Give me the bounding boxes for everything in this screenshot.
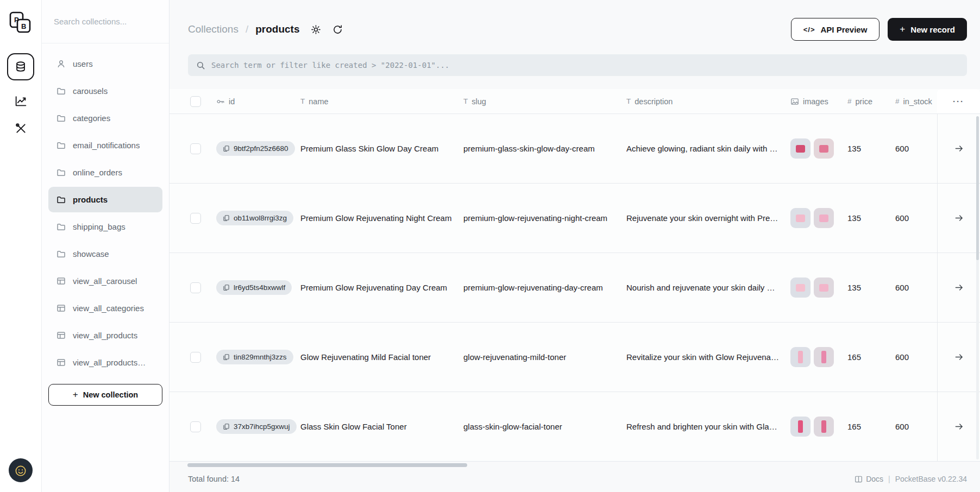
user-avatar[interactable] <box>9 458 33 482</box>
product-image-thumbnail[interactable] <box>790 277 811 298</box>
sidebar-item-showcase[interactable]: showcase <box>48 241 162 267</box>
record-id-badge[interactable]: 9btf2pfn25z6680 <box>216 141 295 156</box>
record-id-badge[interactable]: lr6yd5ts4bxwwlf <box>216 280 292 295</box>
nav-logs-button[interactable] <box>14 94 28 108</box>
sidebar-item-products[interactable]: products <box>48 187 162 212</box>
database-icon <box>14 60 28 74</box>
cell-price: 135 <box>847 144 861 153</box>
record-id-badge[interactable]: 37xb7ihcp5gxwuj <box>216 419 297 434</box>
column-header-price[interactable]: # price <box>847 97 895 106</box>
column-header-in-stock[interactable]: # in_stock <box>895 97 937 106</box>
sidebar-item-online_orders[interactable]: online_orders <box>48 160 162 185</box>
table-row[interactable]: 9btf2pfn25z6680 Premium Glass Skin Glow … <box>169 114 980 184</box>
view-table-icon <box>56 331 66 340</box>
table-row[interactable]: lr6yd5ts4bxwwlf Premium Glow Rejuvenatin… <box>169 253 980 323</box>
folder-icon <box>56 168 66 177</box>
product-image-thumbnail[interactable] <box>790 417 811 437</box>
table-row[interactable]: 37xb7ihcp5gxwuj Glass Skin Glow Facial T… <box>169 392 980 462</box>
product-image-thumbnail[interactable] <box>790 347 811 367</box>
horizontal-scrollbar-thumb[interactable] <box>187 463 467 467</box>
api-preview-button[interactable]: </> API Preview <box>791 18 880 41</box>
main-content: Collections / products <box>169 0 980 492</box>
product-image-thumbnail[interactable] <box>814 208 834 228</box>
sidebar-item-carousels[interactable]: carousels <box>48 78 162 104</box>
column-header-name[interactable]: T name <box>300 97 463 106</box>
nav-collections-button[interactable] <box>7 53 34 80</box>
code-icon: </> <box>803 26 815 34</box>
gear-icon <box>310 24 322 35</box>
new-collection-label: New collection <box>83 390 139 399</box>
cell-name: Glass Skin Glow Facial Toner <box>300 422 417 431</box>
docs-link[interactable]: Docs <box>855 475 883 483</box>
row-checkbox[interactable] <box>190 282 201 293</box>
sidebar-item-email_notifications[interactable]: email_notifications <box>48 133 162 158</box>
record-id: tin829mnthj3zzs <box>234 353 287 361</box>
product-image-thumbnail[interactable] <box>790 208 811 228</box>
product-bottle-shape <box>798 420 803 433</box>
nav-rail: P B <box>0 0 42 492</box>
row-checkbox[interactable] <box>190 143 201 154</box>
filter-search-input[interactable] <box>211 61 959 70</box>
cell-images <box>790 138 847 159</box>
product-image-thumbnail[interactable] <box>814 347 834 367</box>
expand-record-arrow[interactable] <box>954 352 964 362</box>
row-checkbox[interactable] <box>190 352 201 363</box>
sidebar-item-view_all_categories[interactable]: view_all_categories <box>48 295 162 321</box>
cell-slug: premium-glass-skin-glow-day-cream <box>463 144 605 153</box>
sidebar-item-users[interactable]: users <box>48 51 162 77</box>
expand-record-arrow[interactable] <box>954 421 964 432</box>
svg-text:P: P <box>14 16 19 24</box>
horizontal-scrollbar-track <box>169 462 980 469</box>
refresh-button[interactable] <box>332 24 343 35</box>
column-header-description[interactable]: T description <box>626 97 790 106</box>
collection-settings-button[interactable] <box>310 24 322 35</box>
record-id: 37xb7ihcp5gxwuj <box>234 422 290 431</box>
row-checkbox[interactable] <box>190 213 201 224</box>
expand-record-arrow[interactable] <box>954 143 964 154</box>
product-image-thumbnail[interactable] <box>814 417 834 437</box>
product-image-thumbnail[interactable] <box>814 138 834 159</box>
cell-images <box>790 347 847 367</box>
product-image-thumbnail[interactable] <box>814 277 834 298</box>
sidebar-item-view_all_carousel[interactable]: view_all_carousel <box>48 268 162 294</box>
new-record-button[interactable]: + New record <box>888 18 967 41</box>
cell-in-stock: 600 <box>895 213 909 223</box>
sidebar-item-label: carousels <box>73 86 108 96</box>
select-all-checkbox[interactable] <box>190 96 201 107</box>
breadcrumb-separator: / <box>246 23 248 35</box>
sidebar-item-view_all_products[interactable]: view_all_products <box>48 323 162 348</box>
column-options-button[interactable]: ··· <box>953 97 964 106</box>
new-collection-button[interactable]: + New collection <box>48 384 162 406</box>
column-header-slug[interactable]: T slug <box>463 97 626 106</box>
record-id-badge[interactable]: tin829mnthj3zzs <box>216 350 293 364</box>
key-icon <box>216 97 225 106</box>
folder-icon <box>56 222 66 231</box>
expand-record-arrow[interactable] <box>954 282 964 293</box>
folder-icon <box>56 113 66 123</box>
cell-price: 165 <box>847 422 861 431</box>
breadcrumb-collections[interactable]: Collections <box>188 23 238 35</box>
cell-images <box>790 208 847 228</box>
nav-settings-button[interactable] <box>15 122 27 135</box>
record-id-badge[interactable]: ob11wol8rrgi3zg <box>216 211 293 225</box>
text-type-icon: T <box>300 97 305 105</box>
sidebar-item-label: categories <box>73 113 110 123</box>
sidebar-item-view_all_products[interactable]: view_all_products… <box>48 350 162 375</box>
breadcrumb: Collections / products <box>188 23 343 35</box>
refresh-icon <box>332 24 343 35</box>
expand-record-arrow[interactable] <box>954 213 964 223</box>
sidebar-item-categories[interactable]: categories <box>48 105 162 131</box>
vertical-scrollbar[interactable] <box>976 116 979 459</box>
collections-search-input[interactable] <box>54 17 157 26</box>
column-header-id[interactable]: id <box>216 97 300 106</box>
row-checkbox[interactable] <box>190 421 201 432</box>
sidebar-item-shipping_bags[interactable]: shipping_bags <box>48 214 162 239</box>
footer-divider: | <box>888 475 890 483</box>
cell-images <box>790 417 847 437</box>
table-row[interactable]: ob11wol8rrgi3zg Premium Glow Rejuvenatin… <box>169 184 980 253</box>
tools-icon <box>15 122 27 135</box>
column-header-images[interactable]: images <box>790 97 847 106</box>
cell-name: Premium Glow Rejuvenating Day Cream <box>300 283 457 292</box>
product-image-thumbnail[interactable] <box>790 138 811 159</box>
table-row[interactable]: tin829mnthj3zzs Glow Rejuvenating Mild F… <box>169 323 980 392</box>
